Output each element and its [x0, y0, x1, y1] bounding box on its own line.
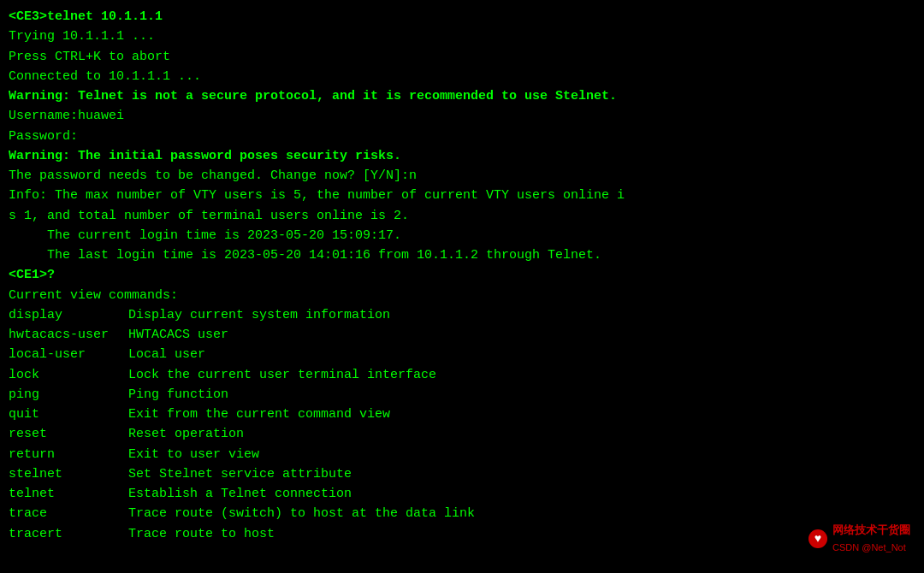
command-desc: HWTACACS user — [128, 325, 228, 345]
watermark-text: 网络技术干货圈CSDN @Net_Not — [832, 522, 910, 556]
command-desc: Ping function — [128, 385, 228, 405]
command-name: stelnet — [9, 464, 128, 484]
command-table: display Display current system informati… — [9, 305, 915, 544]
command-row: telnet Establish a Telnet connection — [9, 484, 915, 504]
command-desc: Display current system information — [128, 305, 390, 325]
command-desc: Lock the current user terminal interface — [128, 365, 436, 385]
terminal-line: Press CTRL+K to abort — [9, 47, 915, 67]
command-row: return Exit to user view — [9, 445, 915, 464]
command-row: trace Trace route (switch) to host at th… — [9, 504, 915, 523]
terminal-line: Connected to 10.1.1.1 ... — [9, 67, 915, 86]
terminal-output: <CE3>telnet 10.1.1.1Trying 10.1.1.1 ...P… — [9, 7, 915, 544]
command-row: local-user Local user — [9, 345, 915, 364]
command-desc: Exit to user view — [128, 445, 259, 464]
command-row: tracert Trace route to host — [9, 524, 915, 544]
command-name: trace — [9, 504, 128, 523]
terminal-line: <CE1>? — [9, 265, 915, 285]
terminal-line: s 1, and total number of terminal users … — [9, 206, 915, 226]
command-name: tracert — [9, 524, 128, 544]
terminal-line: <CE3>telnet 10.1.1.1 — [9, 7, 915, 27]
command-name: local-user — [9, 345, 128, 364]
terminal-line: Current view commands: — [9, 286, 915, 305]
command-desc: Trace route to host — [128, 524, 275, 544]
command-name: reset — [9, 424, 128, 444]
command-name: lock — [9, 365, 128, 385]
command-name: return — [9, 445, 128, 464]
terminal-line: The last login time is 2023-05-20 14:01:… — [9, 245, 915, 265]
watermark-icon: ♥ — [808, 529, 827, 548]
terminal-line: The current login time is 2023-05-20 15:… — [9, 226, 915, 245]
watermark: ♥ 网络技术干货圈CSDN @Net_Not — [805, 520, 914, 558]
command-desc: Exit from the current command view — [128, 405, 390, 424]
terminal-line: Info: The max number of VTY users is 5, … — [9, 186, 915, 205]
terminal-line: Warning: Telnet is not a secure protocol… — [9, 86, 915, 106]
command-row: quit Exit from the current command view — [9, 405, 915, 424]
command-name: quit — [9, 405, 128, 424]
command-desc: Establish a Telnet connection — [128, 484, 352, 504]
command-row: hwtacacs-user HWTACACS user — [9, 325, 915, 345]
command-row: ping Ping function — [9, 385, 915, 405]
command-name: telnet — [9, 484, 128, 504]
terminal-window: <CE3>telnet 10.1.1.1Trying 10.1.1.1 ...P… — [0, 0, 924, 573]
terminal-line: Warning: The initial password poses secu… — [9, 146, 915, 166]
terminal-line: Username:huawei — [9, 106, 915, 126]
command-desc: Trace route (switch) to host at the data… — [128, 504, 475, 523]
command-row: display Display current system informati… — [9, 305, 915, 325]
command-name: ping — [9, 385, 128, 405]
terminal-line: Trying 10.1.1.1 ... — [9, 27, 915, 46]
command-row: lock Lock the current user terminal inte… — [9, 365, 915, 385]
command-desc: Reset operation — [128, 424, 244, 444]
terminal-line: Password: — [9, 127, 915, 146]
command-desc: Set Stelnet service attribute — [128, 464, 352, 484]
command-row: reset Reset operation — [9, 424, 915, 444]
command-name: hwtacacs-user — [9, 325, 128, 345]
command-desc: Local user — [128, 345, 205, 364]
command-name: display — [9, 305, 128, 325]
terminal-line: The password needs to be changed. Change… — [9, 166, 915, 186]
command-row: stelnet Set Stelnet service attribute — [9, 464, 915, 484]
